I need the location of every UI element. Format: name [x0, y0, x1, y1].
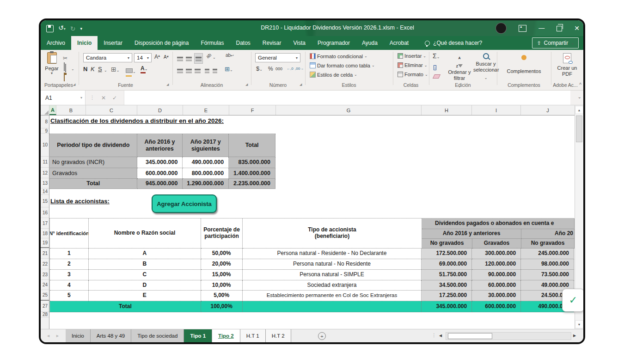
tab-revisar[interactable]: Revisar [257, 36, 288, 50]
t2-value[interactable]: 17.250.000 [422, 291, 472, 301]
increase-font-button[interactable]: A▴ [154, 54, 160, 60]
sheet-tab-tipo-2[interactable]: Tipo 2 [212, 329, 240, 342]
sheet-tab-ht-1[interactable]: H.T 1 [240, 329, 266, 342]
delete-cells-button[interactable]: Eliminar ⌄ [398, 62, 427, 68]
cancel-entry-icon[interactable]: ✕ [101, 95, 106, 101]
portapapeles-dialog-launcher[interactable]: ◢ [73, 83, 75, 86]
row-header[interactable]: 18 [41, 229, 49, 238]
t2-value[interactable]: 245.000.000 [521, 249, 574, 259]
row-header[interactable]: 21 [41, 248, 49, 259]
underline-button[interactable]: S [98, 66, 102, 73]
t1-total-value[interactable]: 1.290.000.000 [183, 179, 229, 189]
numero-dialog-launcher[interactable]: ◢ [300, 83, 302, 86]
t2-total-spacer[interactable] [243, 301, 422, 312]
t2-type[interactable]: Establecimiento permanente en Col de Soc… [243, 291, 422, 301]
t2-value[interactable]: 90.000.000 [472, 270, 521, 280]
t2-value[interactable]: 73.500.000 [521, 270, 574, 280]
orientation-caret[interactable]: ⌄ [213, 55, 216, 60]
shareholders-label[interactable]: Lista de accionistas: [50, 198, 110, 205]
confirm-entry-icon[interactable]: ✓ [112, 95, 117, 101]
copy-caret[interactable]: ⌄ [71, 64, 74, 72]
font-color-button[interactable]: A⌄ [141, 65, 147, 73]
row-header[interactable]: 23 [41, 269, 49, 280]
sheet-tab-tipo-de-sociedad[interactable]: Tipo de sociedad [131, 329, 184, 342]
t2-pct[interactable]: 15,00% [201, 270, 243, 280]
t1-header-2017[interactable]: Año 2017 y siguientes [183, 134, 229, 157]
select-all-corner[interactable] [41, 105, 49, 115]
sheet-nav-left-icon[interactable]: ◄ [46, 334, 50, 338]
row-header[interactable]: 9 [41, 128, 49, 133]
row-header[interactable]: 24 [41, 280, 49, 290]
align-bottom-button[interactable] [195, 54, 202, 63]
t2-header-id[interactable]: N° identificación [50, 218, 89, 249]
collapse-ribbon-button[interactable]: ^ [579, 82, 581, 87]
column-header-e[interactable]: E [183, 105, 229, 115]
column-header-j[interactable]: J [521, 105, 575, 115]
t2-header-type[interactable]: Tipo de accionista (beneficiario) [243, 218, 422, 249]
row-header[interactable]: 22 [41, 259, 49, 269]
tab-programador[interactable]: Programador [312, 36, 356, 50]
share-button[interactable]: ⇧ Compartir ⌄ [532, 37, 579, 49]
t2-subheader-no-gravados[interactable]: No gravados [422, 239, 472, 249]
add-shareholder-button[interactable]: Agregar Accionista [152, 194, 217, 213]
row-header[interactable]: 27 [41, 301, 49, 312]
account-avatar[interactable] [496, 23, 507, 34]
font-name-select[interactable]: Candara▾ [83, 53, 132, 62]
row-header[interactable]: 28 [41, 312, 49, 317]
align-right-button[interactable] [195, 67, 201, 75]
t1-value[interactable]: 600.000.000 [137, 168, 183, 179]
align-center-button[interactable] [186, 67, 192, 75]
t2-subheader-gravados[interactable]: Gravados [472, 239, 521, 249]
bold-button[interactable]: N [83, 66, 87, 73]
t2-total-value[interactable]: 600.000.000 [472, 301, 521, 312]
t2-name[interactable]: A [89, 249, 201, 259]
column-header-h[interactable]: H [422, 105, 472, 115]
sheet-nav-right-icon[interactable]: ► [55, 334, 60, 338]
row-header[interactable]: 14 [41, 188, 49, 195]
t2-pct[interactable]: 5,00% [201, 291, 243, 301]
increase-indent-button[interactable] [213, 67, 217, 75]
t2-header-year1[interactable]: Año 2016 y anteriores [422, 229, 521, 239]
row-header[interactable]: 17 [41, 218, 49, 229]
row-header[interactable]: 16 [41, 207, 49, 218]
t2-value[interactable]: 51.750.000 [422, 270, 472, 280]
complementos-button[interactable]: Complementos [497, 54, 551, 74]
orientation-button[interactable]: ab [205, 52, 213, 60]
t2-header-pct[interactable]: Porcentaje de participación [201, 218, 243, 249]
column-header-b[interactable]: B [56, 105, 86, 115]
restore-button[interactable] [557, 26, 562, 31]
t1-total-value[interactable]: 835.000.000 [229, 157, 275, 168]
sheet-canvas[interactable]: Clasificación de los dividendos a distri… [49, 115, 575, 329]
horizontal-scrollbar[interactable] [446, 332, 571, 340]
currency-button[interactable]: $⌄ [256, 65, 263, 72]
t2-value[interactable]: 60.000.000 [472, 280, 521, 291]
row-header[interactable]: 12 [41, 168, 49, 178]
t2-name[interactable]: B [89, 259, 201, 270]
fuente-dialog-launcher[interactable]: ◢ [166, 83, 169, 86]
clear-button[interactable] [434, 72, 440, 80]
row-header[interactable]: 19 [41, 238, 49, 248]
scroll-up-button[interactable]: ▲ [575, 106, 583, 114]
t2-id[interactable]: 3 [50, 270, 89, 280]
t1-total-value[interactable]: 2.235.000.000 [229, 179, 275, 189]
column-header-a[interactable]: A [49, 105, 56, 115]
t2-id[interactable]: 2 [50, 259, 89, 270]
find-select-button[interactable]: Buscar y seleccionar ⌄ [473, 53, 498, 81]
conditional-formatting-button[interactable]: Formato condicional ⌄ [310, 53, 367, 59]
close-button[interactable]: ✕ [574, 25, 580, 31]
scrollbar-splitter[interactable]: ⋮ [432, 333, 436, 338]
scroll-down-button[interactable]: ▼ [575, 320, 583, 328]
row-header[interactable]: 25 [41, 290, 49, 301]
t2-value[interactable]: 172.500.000 [422, 249, 472, 259]
sheet-tab-arts-48-49[interactable]: Arts 48 y 49 [91, 329, 131, 342]
tab-datos[interactable]: Datos [230, 36, 256, 50]
t2-name[interactable]: E [89, 291, 201, 301]
ribbon-display-options-icon[interactable] [519, 25, 526, 32]
row-header[interactable]: 8 [41, 115, 49, 128]
new-sheet-button[interactable]: + [318, 332, 326, 340]
t2-value[interactable]: 98.000.000 [521, 259, 574, 270]
t2-type[interactable]: Persona natural - Residente - No Declara… [243, 249, 422, 259]
tab-formulas[interactable]: Fórmulas [195, 36, 230, 50]
row-header[interactable]: 11 [41, 157, 49, 168]
column-header-c[interactable]: C [86, 105, 137, 115]
